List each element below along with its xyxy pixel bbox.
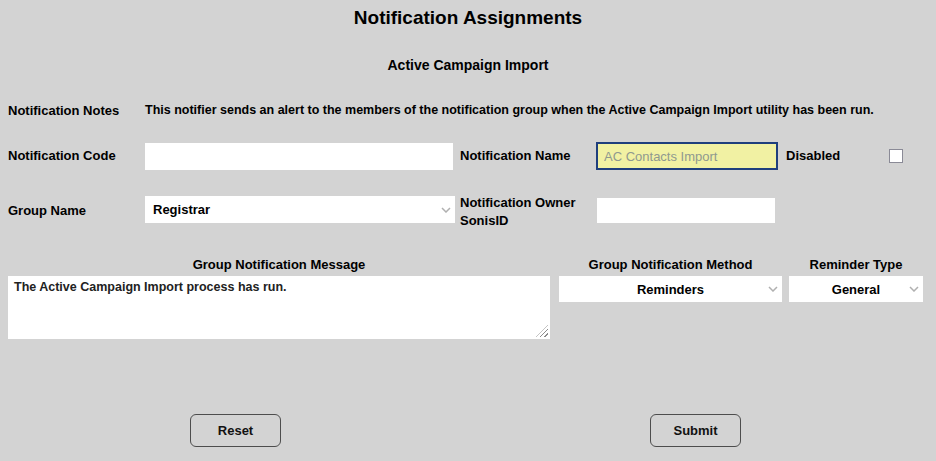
reset-button[interactable]: Reset [190, 414, 281, 447]
notification-code-label: Notification Code [8, 148, 116, 163]
group-notification-message-textarea[interactable]: The Active Campaign Import process has r… [8, 276, 550, 339]
reminder-type-header: Reminder Type [789, 257, 923, 272]
notification-name-label: Notification Name [460, 148, 571, 163]
group-name-select[interactable]: Registrar [145, 196, 455, 223]
notification-assignments-page: Notification Assignments Active Campaign… [0, 0, 936, 461]
notification-owner-input[interactable] [597, 198, 775, 223]
chevron-down-icon [764, 286, 782, 292]
submit-button[interactable]: Submit [650, 414, 741, 447]
reminder-type-select[interactable]: General [789, 276, 923, 302]
reminder-type-selected-value: General [807, 282, 905, 297]
group-notification-method-header: Group Notification Method [559, 257, 782, 272]
notification-notes-label: Notification Notes [8, 103, 119, 118]
disabled-label: Disabled [786, 148, 840, 163]
notification-owner-label: Notification Owner SonisID [460, 194, 592, 229]
disabled-checkbox[interactable] [889, 149, 903, 163]
group-notification-message-header: Group Notification Message [8, 257, 550, 272]
group-notification-method-select[interactable]: Reminders [559, 276, 782, 302]
page-subtitle: Active Campaign Import [0, 57, 936, 73]
group-name-label: Group Name [8, 203, 86, 218]
group-name-selected-value: Registrar [145, 202, 437, 217]
group-notification-method-selected-value: Reminders [577, 282, 764, 297]
chevron-down-icon [437, 207, 455, 213]
page-title: Notification Assignments [0, 7, 936, 29]
notification-notes-text: This notifier sends an alert to the memb… [145, 103, 933, 117]
notification-name-input[interactable] [596, 142, 778, 170]
notification-code-input[interactable] [145, 143, 453, 170]
chevron-down-icon [905, 286, 923, 292]
